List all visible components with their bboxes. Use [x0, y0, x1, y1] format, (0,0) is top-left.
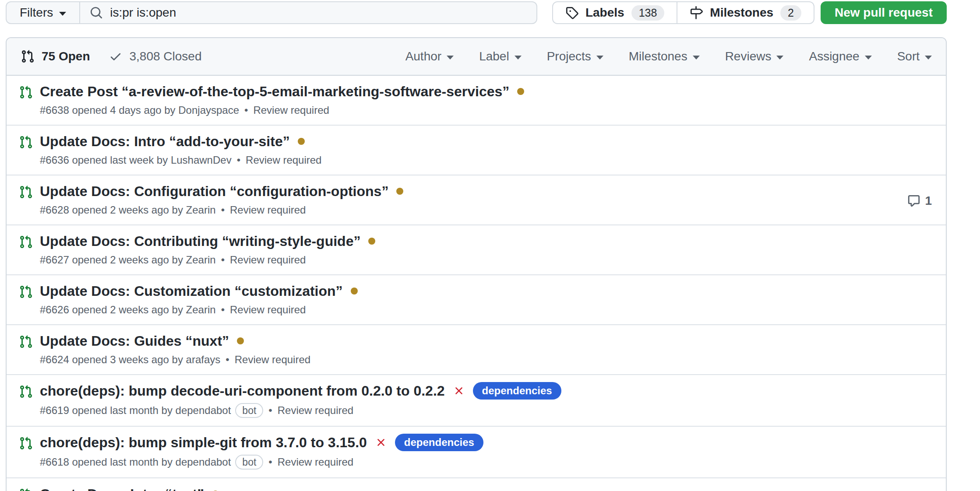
filter-dropdown[interactable]: Assignee [809, 49, 871, 63]
pr-list: Create Post “a-review-of-the-top-5-email… [7, 76, 946, 491]
pr-title-link[interactable]: Create Docs: Intro “test” [40, 485, 204, 491]
pr-meta: #6636 opened last week by LushawnDev • R… [40, 154, 932, 167]
chevron-down-icon [776, 56, 783, 60]
pr-meta-text: #6624 opened 3 weeks ago by arafays [40, 353, 220, 366]
pr-title-link[interactable]: chore(deps): bump decode-uri-component f… [40, 382, 445, 400]
meta-bullet: • [268, 404, 272, 417]
filter-dropdown[interactable]: Reviews [725, 49, 784, 63]
milestones-button-label: Milestones [710, 6, 773, 20]
pr-main: Update Docs: Customization “customizatio… [40, 282, 932, 316]
meta-bullet: • [221, 203, 225, 217]
closed-count-label: 3,808 Closed [129, 49, 201, 63]
filter-dropdown[interactable]: Milestones [629, 49, 700, 63]
status-pending-dot-icon [396, 188, 403, 195]
search-input[interactable] [110, 6, 527, 20]
pull-requests-page: Filters Labels 138 [0, 0, 980, 491]
comment-count: 1 [925, 194, 932, 208]
pr-icon-col [19, 83, 33, 117]
filters-label: Filters [20, 6, 53, 20]
labels-button[interactable]: Labels 138 [553, 2, 677, 23]
pr-title-link[interactable]: Update Docs: Contributing “writing-style… [40, 232, 360, 250]
filter-dropdown-label: Assignee [809, 49, 859, 63]
chevron-down-icon [925, 56, 932, 60]
filter-dropdown-label: Sort [897, 49, 920, 63]
pr-title-line: chore(deps): bump simple-git from 3.7.0 … [40, 434, 932, 451]
meta-bullet: • [237, 154, 240, 167]
search-icon [90, 6, 103, 19]
pr-icon-col [19, 382, 33, 418]
status-pending-dot-icon [368, 238, 375, 245]
pr-title-link[interactable]: Update Docs: Customization “customizatio… [40, 282, 343, 300]
filter-dropdown-label: Author [405, 49, 442, 63]
closed-prs-link[interactable]: 3,808 Closed [109, 49, 201, 63]
search-toolbar: Filters Labels 138 [6, 1, 947, 24]
git-pull-request-open-icon [19, 335, 33, 349]
pr-meta: #6624 opened 3 weeks ago by arafays • Re… [40, 353, 932, 366]
pr-title-line: Update Docs: Guides “nuxt” [40, 332, 932, 350]
pr-main: Update Docs: Intro “add-to-your-site” #6… [40, 133, 932, 167]
pr-title-link[interactable]: Create Post “a-review-of-the-top-5-email… [40, 83, 509, 100]
new-pull-request-button[interactable]: New pull request [821, 1, 947, 24]
comment-count-button[interactable]: 1 [907, 182, 932, 217]
review-status-text: Review required [230, 303, 306, 316]
pr-title-link[interactable]: Update Docs: Configuration “configuratio… [40, 182, 388, 200]
pr-icon-col [19, 434, 33, 470]
pr-title-link[interactable]: Update Docs: Intro “add-to-your-site” [40, 133, 290, 150]
pr-icon-col [19, 332, 33, 366]
check-icon [109, 50, 122, 63]
filter-dropdown-label: Projects [547, 49, 591, 63]
pr-icon-col [19, 133, 33, 167]
search-field [80, 2, 536, 23]
status-failing-x-icon [453, 385, 465, 397]
pr-meta-text: #6626 opened 2 weeks ago by Zearin [40, 303, 216, 316]
git-pull-request-open-icon [19, 135, 33, 149]
label-pill[interactable]: dependencies [395, 434, 483, 451]
pr-main: Update Docs: Guides “nuxt” #6624 opened … [40, 332, 932, 366]
pr-title-link[interactable]: chore(deps): bump simple-git from 3.7.0 … [40, 434, 367, 451]
chevron-down-icon [447, 56, 454, 60]
pr-meta: #6627 opened 2 weeks ago by Zearin • Rev… [40, 253, 932, 267]
pr-row: Update Docs: Customization “customizatio… [7, 274, 946, 324]
pr-meta-text: #6628 opened 2 weeks ago by Zearin [40, 203, 216, 217]
filter-dropdown[interactable]: Projects [547, 49, 603, 63]
list-filter-nav: Author Label Projects Milestones Reviews… [405, 49, 932, 63]
status-failing-x-icon [375, 436, 387, 449]
pr-main: chore(deps): bump decode-uri-component f… [40, 382, 932, 418]
milestones-button[interactable]: Milestones 2 [677, 2, 814, 23]
pr-meta: #6619 opened last month by dependabot bo… [40, 403, 932, 418]
meta-bullet: • [244, 104, 248, 117]
filters-dropdown-button[interactable]: Filters [7, 2, 80, 23]
meta-bullet: • [221, 303, 225, 316]
git-pull-request-open-icon [19, 436, 33, 450]
pr-main: Create Post “a-review-of-the-top-5-email… [40, 83, 932, 117]
comment-icon [907, 194, 920, 207]
pr-title-link[interactable]: Update Docs: Guides “nuxt” [40, 332, 229, 350]
pr-list-header: 75 Open 3,808 Closed Author Label Projec… [7, 38, 946, 76]
filter-dropdown[interactable]: Author [405, 49, 454, 63]
pr-meta: #6628 opened 2 weeks ago by Zearin • Rev… [40, 203, 897, 217]
git-pull-request-open-icon [19, 385, 33, 399]
pr-row: chore(deps): bump decode-uri-component f… [7, 374, 946, 426]
pr-row: Update Docs: Configuration “configuratio… [7, 175, 946, 224]
filter-dropdown[interactable]: Sort [897, 49, 932, 63]
label-pill[interactable]: dependencies [473, 382, 561, 400]
open-prs-link[interactable]: 75 Open [21, 49, 90, 63]
pr-meta-text: #6618 opened last month by dependabot [40, 456, 231, 469]
status-pending-dot-icon [237, 337, 244, 344]
pr-icon-col [19, 485, 33, 491]
meta-bullet: • [226, 353, 229, 366]
tag-icon [565, 6, 578, 19]
filter-dropdown[interactable]: Label [479, 49, 522, 63]
filter-dropdown-label: Label [479, 49, 509, 63]
pr-meta: #6626 opened 2 weeks ago by Zearin • Rev… [40, 303, 932, 316]
pr-main: Update Docs: Contributing “writing-style… [40, 232, 932, 267]
pr-title-line: Create Docs: Intro “test” [40, 485, 932, 491]
git-pull-request-open-icon [19, 85, 33, 99]
review-status-text: Review required [278, 404, 353, 417]
pr-title-line: Update Docs: Customization “customizatio… [40, 282, 932, 300]
pr-meta-text: #6638 opened 4 days ago by Donjayspace [40, 104, 239, 117]
review-status-text: Review required [235, 353, 310, 366]
pr-title-line: Update Docs: Intro “add-to-your-site” [40, 133, 932, 150]
meta-bullet: • [268, 456, 272, 469]
git-pull-request-open-icon [19, 185, 33, 199]
